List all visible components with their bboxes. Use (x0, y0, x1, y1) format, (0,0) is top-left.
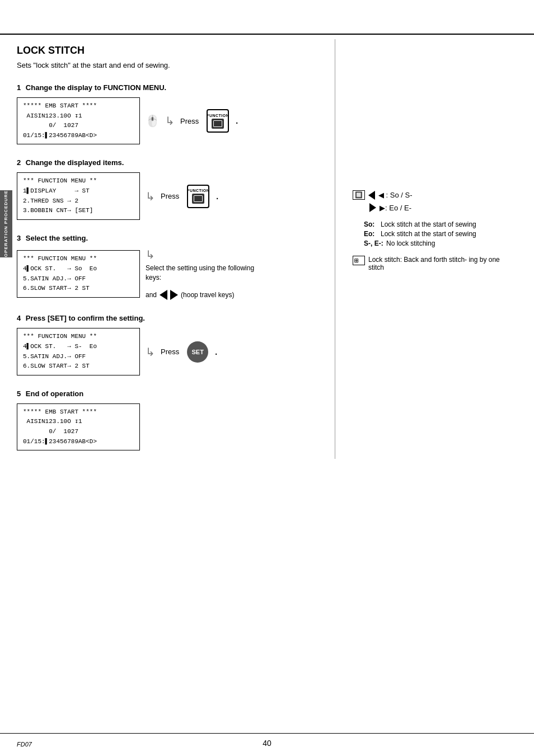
step-2-lcd: *** FUNCTION MENU ** 1▌DISPLAY → ST 2.TH… (17, 172, 140, 219)
lcd-line: ***** EMB START **** (23, 407, 134, 417)
step-3-lcd: *** FUNCTION MENU ** 4▌OCK ST. → So Eo 5… (17, 250, 140, 297)
key-indicator-row-1: 🔲 ◀ : So / S- (353, 190, 515, 200)
note-so: So: Lock stitch at the start of sewing (364, 220, 515, 228)
note-eo: Eo: Lock stitch at the start of sewing (364, 230, 515, 238)
lcd-line: *** FUNCTION MENU ** (23, 332, 134, 342)
step-3-instructions: ↳ Select the setting using the following… (146, 248, 254, 300)
step-1-row: ***** EMB START **** AISIN123.10O ↧1 0/ … (17, 97, 341, 144)
key-so-label: ◀ : So / S- (378, 191, 413, 199)
lcd-line: *** FUNCTION MENU ** (23, 176, 134, 186)
lcd-line: 0/ 1027 (23, 121, 134, 131)
lcd-line: AISIN123.10O ↧1 (23, 111, 134, 121)
lcd-line: 4▌OCK ST. → So Eo (23, 264, 134, 274)
press-label-4: Press (161, 348, 179, 356)
step-4-heading: 4 Press [SET] to confirm the setting. (17, 314, 341, 322)
step-5-section: 5 End of operation ***** EMB START **** … (17, 389, 341, 450)
step-5-row: ***** EMB START **** AISIN123.10O ↧1 0/ … (17, 403, 341, 450)
period-4: . (215, 348, 217, 356)
note-eo-key: Eo: (364, 230, 381, 238)
arrow-cursor-icon-4: ↳ (146, 345, 155, 359)
lcd-line: 5.SATIN ADJ.→ OFF (23, 352, 134, 362)
step-1-title: Change the display to FUNCTION MENU. (26, 83, 166, 92)
function-button-1[interactable]: FUNCTION (207, 109, 229, 133)
note-se: S-, E-: No lock stitching (364, 240, 515, 247)
page-subtitle: Sets "lock stitch" at the start and end … (17, 61, 341, 69)
step-2-section: 2 Change the displayed items. *** FUNCTI… (17, 158, 341, 219)
step-2-heading: 2 Change the displayed items. (17, 158, 341, 167)
triangle-left-icon (160, 290, 167, 300)
lock-stitch-value: Lock stitch: Back and forth stitch- ing … (368, 256, 515, 271)
lcd-line: 6.SLOW START→ 2 ST (23, 361, 134, 372)
step-3-number: 3 (17, 234, 21, 242)
step-3-title: Select the setting. (26, 234, 88, 242)
step-1-number: 1 (17, 83, 21, 92)
keys-row: and (hoop travel keys) (146, 290, 254, 300)
step-2-title: Change the displayed items. (26, 158, 124, 167)
period-2: . (216, 192, 218, 201)
select-instruction: Select the setting using the followingke… (146, 264, 254, 283)
and-label: and (146, 291, 157, 299)
cursor-icon: 🖱️ (146, 114, 160, 128)
step-4-title: Press [SET] to confirm the setting. (26, 314, 145, 322)
note-eo-value: Lock stitch at the start of sewing (381, 230, 476, 238)
arrow-cursor-icon-3: ↳ (146, 248, 155, 261)
function-btn-icon (212, 119, 224, 129)
step-2-number: 2 (17, 158, 21, 167)
note-se-value: No lock stitching (386, 240, 435, 247)
notes-block: So: Lock stitch at the start of sewing E… (364, 220, 515, 247)
right-arrow-icon (369, 203, 376, 212)
step-3-heading: 3 Select the setting. (17, 234, 341, 242)
bottom-rule (0, 733, 534, 734)
step-4-lcd: *** FUNCTION MENU ** 4▌OCK ST. → S- Eo 5… (17, 328, 140, 375)
step-5-number: 5 (17, 389, 21, 398)
arrow-cursor-icon-2: ↳ (146, 190, 155, 203)
lcd-line: 01/15:▌23456789AB<D> (23, 437, 134, 447)
lcd-line: *** FUNCTION MENU ** (23, 254, 134, 264)
triangle-right-icon (170, 290, 178, 300)
lcd-line: 2.THRED SNS → 2 (23, 196, 134, 206)
note-so-value: Lock stitch at the start of sewing (381, 220, 476, 228)
function-btn-label: FUNCTION (207, 114, 229, 118)
step-5-heading: 5 End of operation (17, 389, 341, 398)
step-3-section: 3 Select the setting. *** FUNCTION MENU … (17, 234, 341, 300)
main-content: LOCK STITCH Sets "lock stitch" at the st… (17, 39, 341, 464)
step-3-row: *** FUNCTION MENU ** 4▌OCK ST. → So Eo 5… (17, 248, 341, 300)
page-number: 40 (0, 739, 534, 748)
hoop-label: (hoop travel keys) (181, 291, 234, 299)
right-content: 🔲 ◀ : So / S- ▶: Eo / E- So: Lock stitch… (353, 190, 515, 271)
key-indicator-row-2: ▶: Eo / E- (369, 203, 515, 212)
lock-stitch-note: ⊞ Lock stitch: Back and forth stitch- in… (353, 256, 515, 271)
page-container: OPERATION PROCEDURE LOCK STITCH Sets "lo… (0, 0, 534, 756)
sidebar-label: OPERATION PROCEDURE (3, 190, 9, 257)
lcd-line: 3.BOBBIN CNT→ [SET] (23, 206, 134, 216)
step-1-heading: 1 Change the display to FUNCTION MENU. (17, 83, 341, 92)
note-so-key: So: (364, 220, 381, 228)
arrow-cursor-icon: ↳ (165, 114, 175, 128)
top-border (0, 34, 534, 35)
function-btn-icon-2 (192, 194, 204, 204)
page-title: LOCK STITCH (17, 45, 341, 57)
grid-icon: ⊞ (353, 256, 365, 265)
period-1: . (236, 116, 238, 125)
set-button[interactable]: SET (187, 341, 208, 363)
lcd-line: AISIN123.10O ↧1 (23, 417, 134, 427)
function-button-2[interactable]: FUNCTION (187, 185, 209, 208)
lcd-line: 0/ 1027 (23, 427, 134, 437)
step-5-lcd: ***** EMB START **** AISIN123.10O ↧1 0/ … (17, 403, 140, 450)
step-1-lcd: ***** EMB START **** AISIN123.10O ↧1 0/ … (17, 97, 140, 144)
lcd-line: 5.SATIN ADJ.→ OFF (23, 274, 134, 284)
lcd-line: 01/15:▌23456789AB<D> (23, 131, 134, 141)
step-4-number: 4 (17, 314, 21, 322)
note-se-key: S-, E-: (364, 240, 386, 247)
left-arrow-icon (368, 191, 375, 200)
sidebar-tab: OPERATION PROCEDURE (0, 190, 12, 257)
lcd-line: 1▌DISPLAY → ST (23, 186, 134, 196)
step-1-section: 1 Change the display to FUNCTION MENU. *… (17, 83, 341, 144)
step-2-row: *** FUNCTION MENU ** 1▌DISPLAY → ST 2.TH… (17, 172, 341, 219)
lcd-line: 6.SLOW START→ 2 ST (23, 284, 134, 294)
press-label-1: Press (180, 117, 199, 125)
step-4-section: 4 Press [SET] to confirm the setting. **… (17, 314, 341, 375)
key-eo-label: ▶: Eo / E- (380, 204, 411, 212)
lcd-line: 4▌OCK ST. → S- Eo (23, 342, 134, 352)
step-5-title: End of operation (26, 389, 83, 398)
